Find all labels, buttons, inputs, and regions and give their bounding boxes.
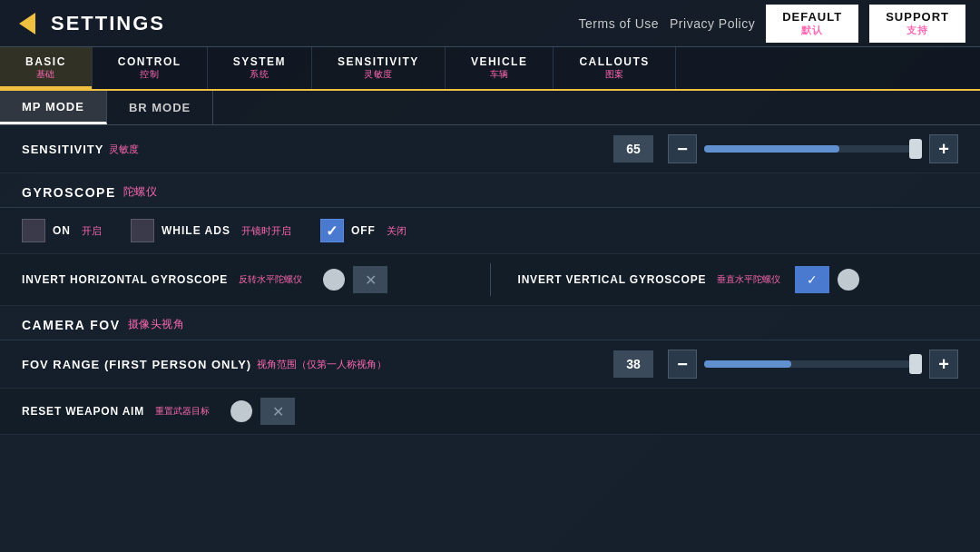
fov-decrease-button[interactable]: − bbox=[668, 350, 697, 379]
invert-vertical-sub: 垂直水平陀螺仪 bbox=[717, 273, 780, 286]
gyro-while-ads-option: WHILE ADS 开镜时开启 bbox=[131, 219, 291, 242]
sensitivity-value: 65 bbox=[613, 135, 653, 163]
top-bar: SETTINGS Terms of Use Privacy Policy DEF… bbox=[0, 0, 980, 47]
gyro-on-label: ON bbox=[53, 224, 71, 237]
gyro-off-checkbox[interactable] bbox=[320, 219, 344, 242]
gyroscope-label: GYROSCOPE bbox=[22, 185, 116, 200]
invert-vertical-item: INVERT VERTICAL GYROSCOPE 垂直水平陀螺仪 ✓ bbox=[518, 266, 959, 293]
sensitivity-slider-thumb bbox=[909, 139, 922, 159]
invert-row: INVERT HORIZONTAL GYROSCOPE 反转水平陀螺仪 ✕ IN… bbox=[0, 254, 980, 306]
tab-system[interactable]: SYSTEM 系统 bbox=[208, 47, 312, 89]
invert-horizontal-sub: 反转水平陀螺仪 bbox=[239, 273, 302, 286]
tab-br-mode[interactable]: BR MODE bbox=[107, 91, 213, 124]
sensitivity-slider-fill bbox=[704, 145, 839, 153]
tab-control[interactable]: CONTROL 控制 bbox=[93, 47, 208, 89]
sensitivity-label-sub: 灵敏度 bbox=[109, 143, 139, 156]
terms-link[interactable]: Terms of Use bbox=[579, 16, 659, 31]
sensitivity-slider-container: 65 − + bbox=[606, 134, 958, 163]
invert-vertical-toggle: ✓ bbox=[795, 266, 866, 293]
fov-slider-fill bbox=[704, 360, 791, 368]
gyroscope-label-sub: 陀螺仪 bbox=[123, 184, 158, 200]
invert-vertical-circle bbox=[831, 266, 866, 293]
gyro-off-label-sub: 关闭 bbox=[387, 224, 407, 238]
settings-content: SENSITIVITY 灵敏度 65 − + GYROSCOPE 陀螺仪 ON bbox=[0, 125, 980, 552]
fov-range-label-sub: 视角范围（仅第一人称视角） bbox=[257, 358, 387, 371]
reset-weapon-aim-sub: 重置武器目标 bbox=[155, 405, 210, 418]
nav-tabs: BASIC 基础 CONTROL 控制 SYSTEM 系统 SENSITIVIT… bbox=[0, 47, 980, 91]
back-button[interactable] bbox=[15, 11, 40, 36]
tab-vehicle[interactable]: VEHICLE 车辆 bbox=[446, 47, 554, 89]
gyro-while-ads-checkbox[interactable] bbox=[131, 219, 154, 242]
fov-range-label: FOV RANGE (FIRST PERSON ONLY) bbox=[22, 358, 251, 371]
gyro-on-option: ON 开启 bbox=[22, 219, 102, 242]
sensitivity-slider[interactable] bbox=[704, 145, 922, 153]
reset-weapon-aim-toggle: ✕ bbox=[224, 398, 295, 425]
invert-divider bbox=[490, 263, 491, 296]
gyro-on-label-sub: 开启 bbox=[82, 224, 102, 238]
gyro-off-label: OFF bbox=[351, 224, 376, 237]
camera-fov-label: CAMERA FOV bbox=[22, 318, 121, 332]
tab-mp-mode[interactable]: MP MODE bbox=[0, 91, 107, 124]
tab-basic[interactable]: BASIC 基础 bbox=[0, 47, 93, 89]
gyro-while-ads-label: WHILE ADS bbox=[162, 224, 230, 237]
fov-slider-thumb bbox=[909, 354, 922, 374]
fov-range-row: FOV RANGE (FIRST PERSON ONLY) 视角范围（仅第一人称… bbox=[0, 340, 980, 389]
sensitivity-decrease-button[interactable]: − bbox=[668, 134, 697, 163]
sensitivity-label: SENSITIVITY bbox=[22, 143, 103, 156]
fov-slider[interactable] bbox=[704, 360, 922, 368]
camera-fov-section-header: CAMERA FOV 摄像头视角 bbox=[0, 306, 980, 340]
default-button[interactable]: DEFAULT 默认 bbox=[766, 5, 858, 43]
invert-vertical-on-button[interactable]: ✓ bbox=[795, 266, 829, 293]
reset-weapon-aim-item: RESET WEAPON AIM 重置武器目标 ✕ bbox=[22, 398, 958, 425]
gyroscope-section-header: GYROSCOPE 陀螺仪 bbox=[0, 173, 980, 208]
reset-weapon-aim-label: RESET WEAPON AIM bbox=[22, 405, 144, 418]
invert-horizontal-toggle: ✕ bbox=[317, 266, 387, 293]
privacy-link[interactable]: Privacy Policy bbox=[670, 16, 755, 31]
reset-weapon-aim-circle bbox=[224, 398, 259, 425]
reset-weapon-aim-row: RESET WEAPON AIM 重置武器目标 ✕ bbox=[0, 389, 980, 435]
fov-increase-button[interactable]: + bbox=[929, 350, 958, 379]
page-title: SETTINGS bbox=[51, 12, 165, 35]
gyro-off-option: OFF 关闭 bbox=[320, 219, 407, 242]
sensitivity-increase-button[interactable]: + bbox=[929, 134, 958, 163]
sensitivity-row: SENSITIVITY 灵敏度 65 − + bbox=[0, 125, 980, 173]
support-button[interactable]: SUPPORT 支持 bbox=[869, 5, 965, 43]
mode-tabs: MP MODE BR MODE bbox=[0, 91, 980, 125]
invert-horizontal-label: INVERT HORIZONTAL GYROSCOPE bbox=[22, 273, 228, 286]
gyro-while-ads-label-sub: 开镜时开启 bbox=[241, 224, 291, 238]
gyro-on-checkbox[interactable] bbox=[22, 219, 45, 242]
invert-horizontal-circle bbox=[317, 266, 351, 293]
invert-vertical-label: INVERT VERTICAL GYROSCOPE bbox=[518, 273, 707, 286]
invert-horizontal-item: INVERT HORIZONTAL GYROSCOPE 反转水平陀螺仪 ✕ bbox=[22, 266, 463, 293]
invert-horizontal-off-button[interactable]: ✕ bbox=[353, 266, 387, 293]
camera-fov-label-sub: 摄像头视角 bbox=[128, 317, 185, 332]
tab-sensitivity[interactable]: SENSITIVITY 灵敏度 bbox=[312, 47, 446, 89]
fov-slider-container: 38 − + bbox=[606, 350, 958, 379]
gyroscope-options-row: ON 开启 WHILE ADS 开镜时开启 OFF 关闭 bbox=[0, 208, 980, 254]
tab-callouts[interactable]: CALLOUTS 图案 bbox=[554, 47, 675, 89]
fov-value: 38 bbox=[613, 350, 653, 378]
reset-weapon-aim-off-button[interactable]: ✕ bbox=[260, 398, 295, 425]
